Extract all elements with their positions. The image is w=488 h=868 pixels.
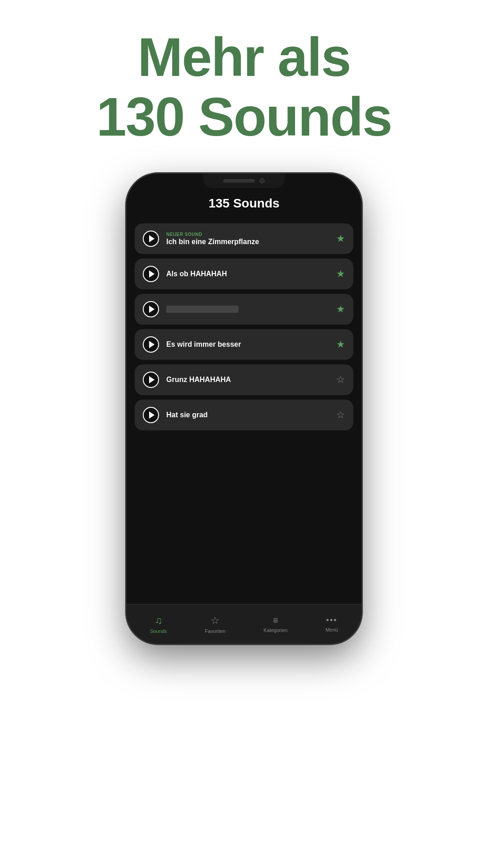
- nav-favoriten[interactable]: ☆ Favoriten: [197, 611, 233, 637]
- sound-name-2: Als ob HAHAHAH: [166, 270, 329, 278]
- notch-camera: [259, 178, 265, 184]
- bottom-nav: ♫ Sounds ☆ Favoriten ≡ Kategorien ••• Me…: [127, 604, 361, 644]
- favoriten-nav-label: Favoriten: [205, 628, 225, 634]
- sound-item-4[interactable]: Es wird immer besser ★: [135, 329, 353, 360]
- play-icon-4: [149, 341, 155, 348]
- menu-nav-label: Menü: [325, 627, 338, 632]
- nav-sounds[interactable]: ♫ Sounds: [143, 611, 174, 637]
- play-button-5[interactable]: [143, 372, 159, 388]
- screen-title: 135 Sounds: [208, 196, 279, 210]
- sound-info-5: Grunz HAHAHAHA: [166, 376, 329, 384]
- sounds-nav-icon: ♫: [155, 615, 162, 627]
- star-icon-5[interactable]: ☆: [336, 374, 345, 386]
- star-icon-1[interactable]: ★: [336, 233, 345, 245]
- sound-name-placeholder-3: [166, 306, 239, 313]
- menu-nav-icon: •••: [326, 616, 338, 625]
- hero-title: Mehr als 130 Sounds: [96, 27, 392, 146]
- star-icon-6[interactable]: ☆: [336, 409, 345, 421]
- sound-info-4: Es wird immer besser: [166, 340, 329, 349]
- kategorien-nav-label: Kategorien: [263, 627, 287, 633]
- play-icon-3: [149, 306, 155, 313]
- play-button-3[interactable]: [143, 301, 159, 317]
- star-icon-2[interactable]: ★: [336, 268, 345, 280]
- sound-info-6: Hat sie grad: [166, 411, 329, 419]
- star-icon-3[interactable]: ★: [336, 303, 345, 315]
- sound-item-6[interactable]: Hat sie grad ☆: [135, 400, 353, 430]
- kategorien-nav-icon: ≡: [273, 615, 278, 626]
- play-button-2[interactable]: [143, 266, 159, 282]
- play-icon-6: [149, 411, 155, 419]
- star-icon-4[interactable]: ★: [336, 339, 345, 350]
- sound-name-4: Es wird immer besser: [166, 340, 329, 349]
- play-icon-1: [149, 235, 155, 242]
- sound-tag-1: NEUER SOUND: [166, 232, 329, 237]
- phone-notch: [203, 174, 285, 188]
- sound-name-5: Grunz HAHAHAHA: [166, 376, 329, 384]
- sound-list: NEUER SOUND Ich bin eine Zimmerpflanze ★…: [127, 220, 361, 604]
- play-button-6[interactable]: [143, 407, 159, 423]
- sound-name-1: Ich bin eine Zimmerpflanze: [166, 238, 329, 246]
- sounds-nav-label: Sounds: [150, 628, 167, 634]
- sound-info-3: [166, 306, 329, 313]
- play-icon-2: [149, 270, 155, 278]
- sound-item-3[interactable]: ★: [135, 294, 353, 325]
- sound-info-2: Als ob HAHAHAH: [166, 270, 329, 278]
- notch-pill: [223, 179, 255, 183]
- sound-item-1[interactable]: NEUER SOUND Ich bin eine Zimmerpflanze ★: [135, 223, 353, 254]
- nav-menu[interactable]: ••• Menü: [318, 612, 345, 636]
- phone-mockup: 135 Sounds NEUER SOUND Ich bin eine Zimm…: [127, 174, 361, 644]
- play-icon-5: [149, 376, 155, 383]
- sound-item-2[interactable]: Als ob HAHAHAH ★: [135, 259, 353, 289]
- favoriten-nav-icon: ☆: [211, 615, 220, 627]
- play-button-4[interactable]: [143, 336, 159, 353]
- phone-frame: 135 Sounds NEUER SOUND Ich bin eine Zimm…: [127, 174, 361, 644]
- play-button-1[interactable]: [143, 231, 159, 247]
- phone-screen: 135 Sounds NEUER SOUND Ich bin eine Zimm…: [127, 174, 361, 644]
- nav-kategorien[interactable]: ≡ Kategorien: [256, 612, 295, 637]
- sound-info-1: NEUER SOUND Ich bin eine Zimmerpflanze: [166, 232, 329, 246]
- sound-name-6: Hat sie grad: [166, 411, 329, 419]
- sound-item-5[interactable]: Grunz HAHAHAHA ☆: [135, 364, 353, 395]
